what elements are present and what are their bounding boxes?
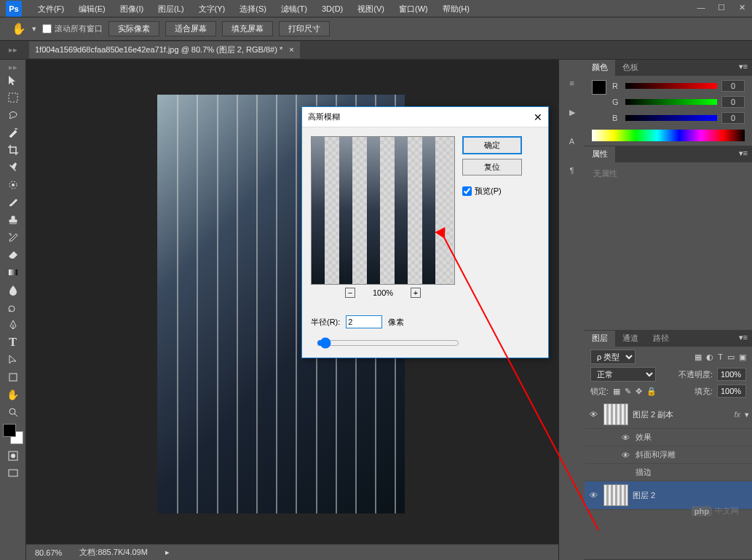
tab-channels[interactable]: 通道 <box>615 331 646 347</box>
fx-badge[interactable]: fx <box>734 410 740 419</box>
scroll-all-checkbox[interactable]: 滚动所有窗口 <box>42 23 103 34</box>
lock-paint-icon[interactable]: ✎ <box>625 387 631 396</box>
toolbox-handle[interactable]: ▸▸ <box>0 63 25 71</box>
lock-position-icon[interactable]: ✥ <box>636 387 642 396</box>
menu-select[interactable]: 选择(S) <box>232 0 274 17</box>
layers-panel-menu-icon[interactable]: ▾≡ <box>735 331 752 347</box>
visibility-icon[interactable]: 👁 <box>587 410 599 419</box>
document-tab[interactable]: 1f004a1569d68cfaa850e16e42ea71f.jpg @ 80… <box>29 42 300 58</box>
radius-input[interactable] <box>346 315 382 328</box>
lock-all-icon[interactable]: 🔒 <box>646 387 657 396</box>
foreground-color[interactable] <box>3 424 16 437</box>
tab-layers[interactable]: 图层 <box>585 331 615 347</box>
zoom-in-button[interactable]: + <box>411 288 421 298</box>
gradient-tool-icon[interactable] <box>3 264 23 280</box>
preview-checkbox-input[interactable] <box>462 186 472 196</box>
layer-thumbnail[interactable] <box>603 484 628 506</box>
menu-window[interactable]: 窗口(W) <box>392 0 435 17</box>
layer-bevel-row[interactable]: 👁 斜面和浮雕 <box>585 446 752 464</box>
color-swatch[interactable] <box>3 424 23 444</box>
layer-thumbnail[interactable] <box>603 403 628 425</box>
color-spectrum[interactable] <box>592 130 745 141</box>
g-value[interactable] <box>721 96 745 108</box>
menu-view[interactable]: 视图(V) <box>350 0 392 17</box>
status-expand-icon[interactable]: ▸ <box>165 548 170 557</box>
filter-type-icon[interactable]: T <box>718 352 723 361</box>
eyedropper-tool-icon[interactable] <box>3 159 23 176</box>
menu-edit[interactable]: 编辑(E) <box>71 0 113 17</box>
hand-tool-icon2[interactable]: ✋ <box>3 387 23 403</box>
path-select-tool-icon[interactable] <box>3 352 23 368</box>
zoom-tool-icon[interactable] <box>3 404 23 420</box>
b-value[interactable] <box>721 112 745 124</box>
scroll-all-input[interactable] <box>42 24 52 33</box>
actual-pixels-button[interactable]: 实际像素 <box>108 21 159 36</box>
layer-stroke-row[interactable]: 描边 <box>585 464 752 481</box>
status-zoom[interactable]: 80.67% <box>35 548 62 557</box>
dialog-title-bar[interactable]: 高斯模糊 ✕ <box>302 107 548 127</box>
menu-image[interactable]: 图像(I) <box>113 0 151 17</box>
menu-file[interactable]: 文件(F) <box>31 0 71 17</box>
color-panel-menu-icon[interactable]: ▾≡ <box>735 60 752 76</box>
filter-smart-icon[interactable]: ▣ <box>739 352 746 362</box>
marquee-tool-icon[interactable] <box>3 90 23 106</box>
quickmask-tool-icon[interactable] <box>3 448 23 464</box>
panel-fg-swatch[interactable] <box>592 80 606 95</box>
actions-panel-icon[interactable]: ▶ <box>563 103 581 121</box>
close-icon[interactable]: ✕ <box>732 0 752 15</box>
blend-mode-select[interactable]: 正常 <box>590 367 656 382</box>
visibility-icon[interactable]: 👁 <box>620 451 631 460</box>
print-size-button[interactable]: 打印尺寸 <box>279 21 330 36</box>
stamp-tool-icon[interactable] <box>3 212 23 228</box>
filter-pixel-icon[interactable]: ▦ <box>694 352 702 362</box>
g-slider[interactable] <box>625 99 717 105</box>
dodge-tool-icon[interactable] <box>3 299 23 315</box>
blur-tool-icon[interactable] <box>3 282 23 298</box>
brush-tool-icon[interactable] <box>3 194 23 210</box>
menu-type[interactable]: 文字(Y) <box>191 0 233 17</box>
properties-panel-menu-icon[interactable]: ▾≡ <box>735 146 752 162</box>
status-doc[interactable]: 文档:885.7K/4.09M <box>79 547 148 558</box>
filter-adjust-icon[interactable]: ◐ <box>706 352 713 362</box>
minimize-icon[interactable]: — <box>691 0 711 15</box>
expand-fx-icon[interactable]: ▾ <box>745 410 749 419</box>
filter-shape-icon[interactable]: ▭ <box>727 352 735 362</box>
expand-handle[interactable]: ▸▸ <box>9 45 17 55</box>
fit-screen-button[interactable]: 适合屏幕 <box>165 21 216 36</box>
fill-screen-button[interactable]: 填充屏幕 <box>222 21 273 36</box>
b-slider[interactable] <box>625 115 717 121</box>
crop-tool-icon[interactable] <box>3 142 23 158</box>
close-tab-icon[interactable]: × <box>289 45 293 54</box>
ok-button[interactable]: 确定 <box>462 136 522 154</box>
dialog-close-icon[interactable]: ✕ <box>534 111 542 123</box>
history-brush-tool-icon[interactable] <box>3 229 23 245</box>
layer-kind-select[interactable]: ρ 类型 <box>590 350 636 364</box>
menu-3d[interactable]: 3D(D) <box>314 0 350 17</box>
tab-properties[interactable]: 属性 <box>585 146 615 162</box>
dialog-preview[interactable] <box>311 136 455 285</box>
lasso-tool-icon[interactable] <box>3 107 23 123</box>
paragraph-panel-icon[interactable]: ¶ <box>563 162 581 179</box>
pen-tool-icon[interactable] <box>3 317 23 333</box>
move-tool-icon[interactable] <box>3 72 23 88</box>
history-panel-icon[interactable]: ≡ <box>563 74 581 92</box>
menu-help[interactable]: 帮助(H) <box>435 0 477 17</box>
radius-slider[interactable] <box>317 337 459 349</box>
shape-tool-icon[interactable] <box>3 369 23 385</box>
visibility-icon[interactable]: 👁 <box>620 433 631 442</box>
layer-item[interactable]: 👁 图层 2 副本 fx ▾ <box>585 401 752 429</box>
preview-checkbox[interactable]: 预览(P) <box>462 186 522 197</box>
wand-tool-icon[interactable] <box>3 125 23 141</box>
eraser-tool-icon[interactable] <box>3 247 23 263</box>
r-value[interactable] <box>721 80 745 92</box>
zoom-out-button[interactable]: − <box>345 288 355 298</box>
visibility-icon[interactable]: 👁 <box>587 491 599 500</box>
tab-swatches[interactable]: 色板 <box>615 60 646 76</box>
screenmode-tool-icon[interactable] <box>3 465 23 481</box>
reset-button[interactable]: 复位 <box>462 159 522 176</box>
fill-input[interactable] <box>717 384 746 398</box>
maximize-icon[interactable]: ☐ <box>711 0 732 15</box>
tab-color[interactable]: 颜色 <box>585 60 615 76</box>
tab-paths[interactable]: 路径 <box>646 331 676 347</box>
r-slider[interactable] <box>625 83 717 89</box>
